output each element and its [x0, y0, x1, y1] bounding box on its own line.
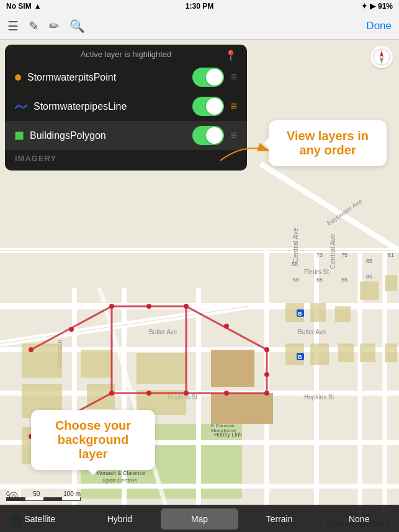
layer-name-buildings: BuildingsPolygon [30, 130, 186, 141]
svg-text:Butler Ave: Butler Ave [298, 329, 326, 335]
callout-bg: Choose your background layer [31, 410, 155, 470]
svg-point-62 [109, 391, 114, 396]
layer-row-stormwaterpits[interactable]: StormwaterpitsPoint ≡ [5, 63, 247, 92]
svg-point-54 [184, 304, 189, 309]
search-icon[interactable]: 🔍 [69, 19, 85, 33]
svg-rect-36 [211, 350, 254, 387]
svg-point-61 [146, 391, 151, 396]
svg-text:B: B [298, 311, 302, 317]
line-icon [15, 104, 27, 110]
callout-layers: View layers in any order [269, 120, 387, 166]
svg-text:Central Ave: Central Ave [329, 234, 336, 269]
svg-text:58: 58 [292, 261, 298, 267]
done-button[interactable]: Done [366, 20, 392, 32]
svg-text:Monash & Clarence: Monash & Clarence [96, 470, 145, 476]
svg-text:81: 81 [388, 252, 394, 258]
basemap-satellite[interactable]: Satellite [1, 508, 79, 530]
carrier-label: No SIM [6, 2, 32, 11]
svg-point-56 [264, 347, 269, 352]
layer-panel: Active layer is highlighted 📍 Stormwater… [5, 45, 247, 171]
svg-rect-28 [22, 344, 62, 378]
layer-name-stormwaterpipes: StormwaterpipesLine [34, 101, 186, 112]
clock: 1:30 PM [186, 2, 213, 11]
svg-point-50 [29, 347, 34, 352]
compass[interactable] [370, 46, 393, 68]
callout-layers-text: View layers in any order [287, 129, 369, 157]
svg-text:Sport Centres: Sport Centres [102, 477, 137, 484]
battery-icon: ▶ [370, 2, 375, 11]
map-container: Central Ave Central Ave Butler Ave Butle… [0, 40, 399, 532]
panel-header-text: Active layer is highlighted [81, 50, 172, 59]
svg-text:65: 65 [366, 258, 372, 264]
svg-text:Fleurs St: Fleurs St [304, 268, 329, 275]
scale-label-0: 0 [6, 490, 10, 497]
svg-rect-37 [211, 393, 273, 424]
svg-text:Motorhome: Motorhome [211, 428, 236, 433]
svg-text:Butler Ave: Butler Ave [149, 329, 177, 335]
basemap-none[interactable]: None [320, 508, 398, 530]
svg-point-57 [264, 372, 269, 377]
svg-rect-34 [137, 353, 186, 384]
toggle-stormwaterpits[interactable] [192, 68, 224, 87]
drag-handle-stormwaterpits[interactable]: ≡ [230, 71, 237, 84]
svg-text:75: 75 [341, 252, 347, 258]
svg-point-58 [264, 391, 269, 396]
svg-rect-42 [385, 275, 397, 291]
svg-rect-84 [16, 132, 23, 140]
svg-rect-40 [335, 306, 351, 322]
basemap-map[interactable]: Map [161, 508, 238, 530]
svg-point-55 [224, 324, 229, 329]
point-icon [15, 74, 21, 81]
svg-point-52 [109, 304, 114, 309]
bluetooth-icon: ✦ [361, 2, 367, 11]
svg-text:Hopkins St: Hopkins St [304, 394, 334, 401]
toggle-knob [206, 69, 223, 86]
toolbar: ☰ ✎ ✏ 🔍 Done [0, 12, 399, 40]
basemap-terrain[interactable]: Terrain [241, 508, 318, 530]
polygon-icon [15, 131, 24, 140]
battery-percent: 91% [378, 2, 393, 11]
layer-row-stormwaterpipes[interactable]: StormwaterpipesLine ≡ [5, 92, 247, 121]
toggle-stormwaterpipes[interactable] [192, 97, 224, 116]
toggle-knob [206, 98, 223, 115]
imagery-label: IMAGERY [5, 150, 247, 164]
svg-point-51 [69, 327, 74, 332]
pencil-icon[interactable]: ✏ [49, 19, 60, 33]
svg-point-53 [146, 304, 151, 309]
svg-text:85: 85 [366, 273, 372, 280]
svg-rect-39 [310, 303, 326, 322]
scale-bar: 0 50 100 m [6, 490, 81, 501]
svg-rect-31 [81, 350, 112, 378]
edit-icon[interactable]: ✎ [29, 19, 39, 33]
svg-rect-41 [360, 282, 379, 300]
scale-label-50: 50 [33, 490, 40, 497]
svg-text:65: 65 [316, 277, 323, 283]
layer-name-stormwaterpits: StormwaterpitsPoint [27, 72, 186, 83]
callout-bg-text: Choose your background layer [55, 419, 131, 461]
scale-label-100: 100 m [63, 490, 81, 497]
svg-text:Central Ave: Central Ave [292, 228, 299, 263]
svg-point-59 [224, 391, 229, 396]
status-bar: No SIM ▲ 1:30 PM ✦ ▶ 91% [0, 0, 399, 12]
panel-pin-icon[interactable]: 📍 [225, 50, 237, 61]
svg-rect-47 [385, 344, 397, 362]
wifi-icon: ▲ [34, 2, 42, 11]
menu-icon[interactable]: ☰ [7, 19, 19, 33]
svg-text:73: 73 [316, 252, 323, 258]
layer-row-buildings[interactable]: BuildingsPolygon ≡ [5, 121, 247, 150]
basemap-bar: Satellite Hybrid Map Terrain None [0, 505, 399, 532]
svg-rect-45 [338, 344, 354, 362]
svg-point-60 [184, 391, 189, 396]
svg-rect-44 [310, 344, 329, 365]
svg-text:55: 55 [341, 277, 347, 283]
basemap-hybrid[interactable]: Hybrid [81, 508, 159, 530]
svg-text:56: 56 [293, 277, 299, 283]
panel-header: Active layer is highlighted 📍 [5, 45, 247, 63]
svg-text:B: B [298, 354, 302, 360]
drag-handle-stormwaterpipes[interactable]: ≡ [230, 100, 237, 113]
svg-rect-46 [360, 344, 375, 362]
